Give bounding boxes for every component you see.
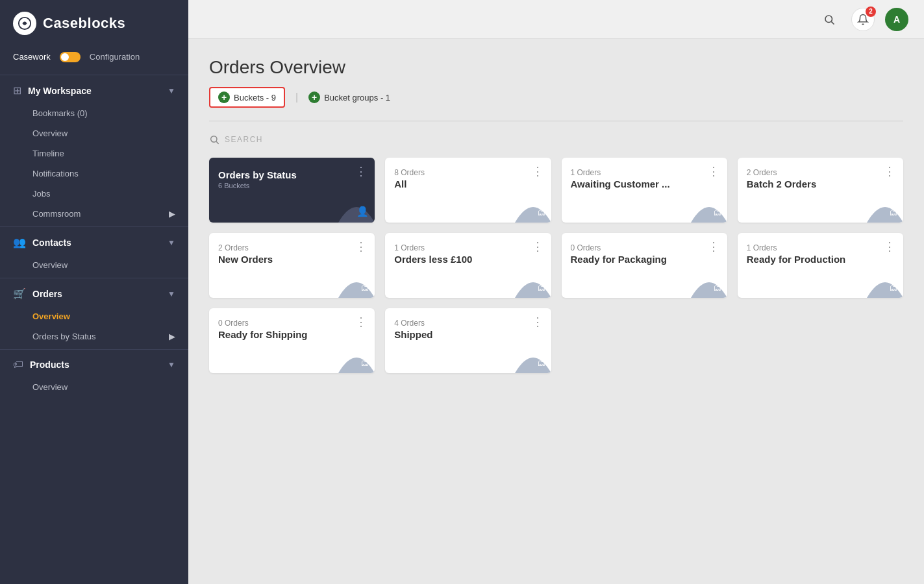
card-count-2: 1 Orders (571, 168, 718, 177)
sidebar-item-orders-overview[interactable]: Overview (0, 306, 188, 326)
card-title-5: Orders less £100 (394, 254, 542, 265)
card-shipped[interactable]: 4 Orders Shipped ⋮ 🗂 (385, 308, 551, 373)
sidebar-item-contacts-overview[interactable]: Overview (0, 255, 188, 275)
card-icon-area-8: 🗂 (338, 342, 375, 373)
topbar: 2 A (188, 0, 924, 39)
card-title-2: Awaiting Customer ... (571, 178, 718, 189)
card-icon-1: 🗂 (537, 208, 545, 217)
cart-icon: 🛒 (13, 287, 26, 300)
card-menu-5[interactable]: ⋮ (532, 241, 543, 252)
card-title-3: Batch 2 Orders (747, 178, 894, 189)
sidebar-item-notifications[interactable]: Notifications (0, 164, 188, 184)
card-menu-2[interactable]: ⋮ (708, 165, 719, 177)
card-icon-area-2: 🗂 (691, 191, 727, 223)
card-menu-4[interactable]: ⋮ (355, 241, 367, 252)
notification-badge: 2 (866, 6, 876, 17)
card-menu-7[interactable]: ⋮ (884, 241, 895, 252)
section-my-workspace-header[interactable]: ⊞ My Workspace ▼ (0, 78, 188, 103)
card-orders-less-100[interactable]: 1 Orders Orders less £100 ⋮ 🗂 (385, 233, 551, 298)
card-title-8: Ready for Shipping (218, 329, 366, 340)
sidebar-item-timeline[interactable]: Timeline (0, 143, 188, 164)
svg-point-3 (211, 136, 217, 142)
nav-configuration[interactable]: Configuration (90, 51, 140, 63)
card-menu-1[interactable]: ⋮ (532, 165, 543, 177)
card-title-4: New Orders (218, 254, 366, 265)
section-contacts: 👥 Contacts ▼ Overview (0, 230, 188, 275)
card-icon-area-7: 🗂 (867, 267, 903, 298)
search-button[interactable] (818, 8, 841, 31)
card-icon-6: 🗂 (713, 283, 721, 293)
card-batch-2[interactable]: 2 Orders Batch 2 Orders ⋮ 🗂 (738, 158, 903, 223)
sidebar-item-commsroom[interactable]: Commsroom ▶ (0, 204, 188, 224)
bucket-bar: + Buckets - 9 | + Bucket groups - 1 (209, 87, 903, 108)
card-icon-5: 🗂 (537, 283, 545, 293)
card-menu-0[interactable]: ⋮ (355, 165, 367, 177)
people-icon: 👥 (13, 236, 26, 249)
buckets-button[interactable]: + Buckets - 9 (209, 87, 285, 108)
section-orders: 🛒 Orders ▼ Overview Orders by Status ▶ (0, 281, 188, 347)
card-menu-8[interactable]: ⋮ (355, 316, 367, 328)
card-count-8: 0 Orders (218, 319, 366, 328)
card-count-5: 1 Orders (394, 243, 542, 252)
card-ready-for-production[interactable]: 1 Orders Ready for Production ⋮ 🗂 (738, 233, 903, 298)
section-orders-header[interactable]: 🛒 Orders ▼ (0, 281, 188, 306)
card-ready-for-shipping[interactable]: 0 Orders Ready for Shipping ⋮ 🗂 (209, 308, 375, 373)
chevron-down-icon-contacts: ▼ (168, 238, 175, 247)
buckets-label: Buckets - 9 (234, 93, 276, 103)
search-placeholder: SEARCH (225, 135, 263, 144)
main-area: 2 A Orders Overview + Buckets - 9 | + Bu… (188, 0, 924, 584)
card-count-9: 4 Orders (394, 319, 542, 328)
section-my-workspace-label: My Workspace (28, 86, 92, 96)
card-count-4: 2 Orders (218, 243, 366, 252)
bucket-groups-label: Bucket groups - 1 (324, 93, 390, 103)
cards-grid: Orders by Status 6 Buckets ⋮ 👤 8 Orders … (209, 158, 903, 373)
logo-icon (13, 12, 36, 35)
card-all[interactable]: 8 Orders All ⋮ 🗂 (385, 158, 551, 223)
chevron-down-icon-orders: ▼ (168, 289, 175, 298)
notifications-button[interactable]: 2 (851, 8, 875, 31)
card-menu-6[interactable]: ⋮ (708, 241, 719, 252)
card-ready-for-packaging[interactable]: 0 Orders Ready for Packaging ⋮ 🗂 (562, 233, 727, 298)
card-title-6: Ready for Packaging (571, 254, 718, 265)
card-title-1: All (394, 178, 542, 189)
card-icon-9: 🗂 (537, 358, 545, 368)
card-count-3: 2 Orders (747, 168, 894, 177)
section-orders-label: Orders (32, 289, 62, 299)
search-bar[interactable]: SEARCH (209, 134, 903, 145)
sidebar-item-jobs[interactable]: Jobs (0, 184, 188, 204)
card-icon-area-6: 🗂 (691, 267, 727, 298)
section-contacts-header[interactable]: 👥 Contacts ▼ (0, 230, 188, 255)
top-nav: Casework Configuration (0, 47, 188, 72)
svg-point-1 (825, 16, 832, 23)
section-products-label: Products (30, 359, 69, 370)
card-count-7: 1 Orders (747, 243, 894, 252)
sidebar-item-overview-workspace[interactable]: Overview (0, 123, 188, 143)
bucket-groups-button[interactable]: + Bucket groups - 1 (308, 91, 390, 103)
sidebar-item-orders-by-status[interactable]: Orders by Status ▶ (0, 326, 188, 347)
card-new-orders[interactable]: 2 Orders New Orders ⋮ 🗂 (209, 233, 375, 298)
sidebar-item-products-overview[interactable]: Overview (0, 377, 188, 397)
section-products: 🏷 Products ▼ Overview (0, 352, 188, 397)
svg-line-4 (216, 141, 219, 144)
sidebar-item-bookmarks[interactable]: Bookmarks (0) (0, 103, 188, 123)
content-area: Orders Overview + Buckets - 9 | + Bucket… (188, 39, 924, 584)
card-menu-9[interactable]: ⋮ (532, 316, 543, 328)
card-sub-0: 6 Buckets (218, 182, 366, 189)
chevron-down-icon: ▼ (168, 86, 175, 95)
sidebar: Caseblocks Casework Configuration ⊞ My W… (0, 0, 188, 584)
card-orders-by-status[interactable]: Orders by Status 6 Buckets ⋮ 👤 (209, 158, 375, 223)
logo[interactable]: Caseblocks (0, 0, 188, 47)
section-products-header[interactable]: 🏷 Products ▼ (0, 352, 188, 377)
casework-toggle[interactable] (60, 52, 81, 62)
card-awaiting-customer[interactable]: 1 Orders Awaiting Customer ... ⋮ 🗂 (562, 158, 727, 223)
card-menu-3[interactable]: ⋮ (884, 165, 895, 177)
chevron-down-icon-products: ▼ (168, 360, 175, 369)
nav-casework[interactable]: Casework (13, 51, 51, 63)
tag-icon: 🏷 (13, 359, 23, 371)
page-title: Orders Overview (209, 57, 903, 78)
card-icon-4: 🗂 (360, 283, 369, 293)
search-icon (209, 134, 219, 145)
section-my-workspace: ⊞ My Workspace ▼ Bookmarks (0) Overview … (0, 78, 188, 224)
card-icon-0: 👤 (356, 206, 369, 217)
user-avatar[interactable]: A (885, 8, 908, 31)
